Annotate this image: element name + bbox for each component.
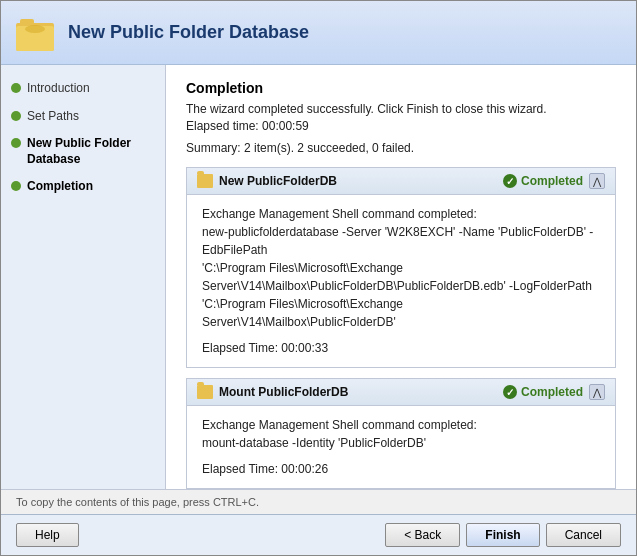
expand-btn-1[interactable]: ⋀ [589,173,605,189]
sidebar-dot-completion [11,181,21,191]
task-elapsed-1: Elapsed Time: 00:00:33 [202,339,600,357]
content-panel: Completion The wizard completed successf… [166,65,636,489]
sidebar: Introduction Set Paths New Public Folder… [1,65,166,489]
finish-button[interactable]: Finish [466,523,539,547]
help-button[interactable]: Help [16,523,79,547]
footer: To copy the contents of this page, press… [1,489,636,514]
task-folder-icon-1 [197,174,213,188]
sidebar-dot-introduction [11,83,21,93]
sidebar-dot-set-paths [11,111,21,121]
cancel-button[interactable]: Cancel [546,523,621,547]
sidebar-dot-new-public-folder-database [11,138,21,148]
expand-btn-2[interactable]: ⋀ [589,384,605,400]
nav-buttons: < Back Finish Cancel [385,523,621,547]
svg-rect-1 [20,19,34,25]
title-bar: New Public Folder Database [1,1,636,65]
back-button[interactable]: < Back [385,523,460,547]
content-heading: Completion [186,80,616,96]
task-header-right-1: ✓ Completed ⋀ [503,173,605,189]
svg-point-3 [25,25,45,33]
content-description: The wizard completed successfully. Click… [186,102,616,116]
check-icon-1: ✓ [503,174,517,188]
task-header-left-2: Mount PublicFolderDB [197,385,348,399]
button-bar: Help < Back Finish Cancel [1,514,636,555]
task-block-1: New PublicFolderDB ✓ Completed ⋀ Exchang… [186,167,616,368]
window-title: New Public Folder Database [68,22,309,43]
main-window: New Public Folder Database Introduction … [0,0,637,556]
footer-hint: To copy the contents of this page, press… [16,496,259,508]
sidebar-item-new-public-folder-database[interactable]: New Public Folder Database [1,130,165,173]
completed-badge-2: ✓ Completed [503,385,583,399]
task-body-2: Exchange Management Shell command comple… [187,406,615,488]
check-icon-2: ✓ [503,385,517,399]
completed-badge-1: ✓ Completed [503,174,583,188]
sidebar-item-completion[interactable]: Completion [1,173,165,201]
task-header-right-2: ✓ Completed ⋀ [503,384,605,400]
sidebar-item-set-paths[interactable]: Set Paths [1,103,165,131]
folder-database-icon [16,13,56,53]
task-name-2: Mount PublicFolderDB [219,385,348,399]
main-content: Introduction Set Paths New Public Folder… [1,65,636,489]
task-cmd-2: Exchange Management Shell command comple… [202,416,600,452]
task-header-1: New PublicFolderDB ✓ Completed ⋀ [187,168,615,195]
task-block-2: Mount PublicFolderDB ✓ Completed ⋀ Excha… [186,378,616,489]
task-name-1: New PublicFolderDB [219,174,337,188]
task-header-left-1: New PublicFolderDB [197,174,337,188]
task-cmd-1: Exchange Management Shell command comple… [202,205,600,331]
task-elapsed-2: Elapsed Time: 00:00:26 [202,460,600,478]
task-folder-icon-2 [197,385,213,399]
elapsed-main: Elapsed time: 00:00:59 [186,119,616,133]
task-body-1: Exchange Management Shell command comple… [187,195,615,367]
summary-text: Summary: 2 item(s). 2 succeeded, 0 faile… [186,141,616,155]
sidebar-item-introduction[interactable]: Introduction [1,75,165,103]
task-header-2: Mount PublicFolderDB ✓ Completed ⋀ [187,379,615,406]
